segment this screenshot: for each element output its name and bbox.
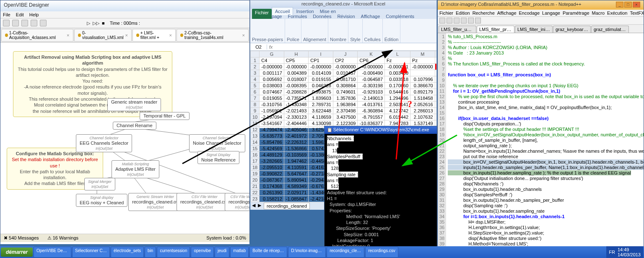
ribbon-group: Police [285,19,301,43]
box-temporal-filter[interactable]: Temporal filter - GPL [140,112,190,120]
ribbon-group: Édition [383,19,401,43]
scenario-tab[interactable]: 1-CoBras-Acquisition_4classes.xml × [1,29,73,42]
cmd-window: 📋 Sélectionner C:\WINDOWS\system32\cmd.e… [324,126,437,250]
box-noise-reference[interactable]: Signal DisplayNoise Reference [197,151,239,164]
taskbar-button[interactable]: OpenVIBE Desig... [34,247,71,258]
ribbon-group: Presse-papiers [250,19,285,43]
open-icon[interactable] [12,20,19,26]
editor-tab[interactable]: graz_keyboard_to_stimulations.lxf [553,26,591,33]
window-title: OpenVIBE Designer [0,0,249,11]
menu-item[interactable]: Affichage [497,10,517,16]
box-csv-writer-raw[interactable]: CSV File Writerrecordings.csvIn|Out|Set [225,193,249,211]
editor-tab[interactable]: LMS_filter_uninitialize.m [439,26,476,33]
designer-canvas[interactable]: Artifact Removal using Matlab Scripting … [0,43,249,244]
box-csv-writer-cleaned[interactable]: CSV File Writerrecordings_cleaned.csvIn|… [177,193,233,211]
redo-icon[interactable] [40,20,47,26]
close-icon[interactable]: × [633,2,640,8]
ribbon: Presse-papiersPoliceAlignementNombreStyl… [250,19,436,43]
menu-edit[interactable]: Edit [16,12,24,17]
menu-item[interactable]: Encodage [519,10,540,16]
taskbar-button[interactable]: électrode_sets [111,247,144,258]
window-title: 📋 Sélectionner C:\WINDOWS\system32\cmd.e… [325,126,437,134]
box-generic-stream-reader[interactable]: Generic stream readerIn|Out|Set [107,98,161,111]
toolbar: ▷▷▷■ Time : 000ms : [0,18,249,28]
undo-icon[interactable] [31,20,37,26]
box-eeg-channels-selector[interactable]: Channel SelectorEEG Channels SelectorIn|… [76,134,132,152]
open-icon[interactable] [447,18,452,23]
new-icon[interactable] [439,18,445,23]
taskbar-button[interactable]: currentsession [157,247,190,258]
box-eeg-noisy-cleaned[interactable]: Signal displayEEG noisy + Cleaned [76,194,127,207]
taskbar-button[interactable]: openvibe [191,247,214,258]
tab-file[interactable]: Fichier [252,9,272,19]
menu-item[interactable]: Paramétrage [563,10,589,16]
taskbar-button[interactable]: D:\motor-imager... [288,247,326,258]
new-icon[interactable] [3,20,10,26]
copy-icon[interactable] [468,18,474,23]
paste-icon[interactable] [475,18,481,23]
editor-tab[interactable]: LMS_filter_process.m [477,26,514,33]
scenario-tabs: 1-CoBras-Acquisition_4classes.xml ×0-vis… [0,28,249,43]
code-editor[interactable]: 1234567891011121314151617181920212223242… [438,33,644,251]
taskbar-button[interactable]: recordings.csv [365,247,398,258]
editor-tab[interactable]: graz_stimulation_scenario.xml [591,26,629,33]
menu-item[interactable]: Exécution [607,10,627,16]
clock: 14:4914/03/2013 [618,247,641,257]
maximize-icon[interactable]: □ [624,2,632,8]
menu-item[interactable]: Recherche [473,10,495,16]
scenario-tab[interactable]: + LMS-filter.xml + × [132,29,176,42]
scenario-tab[interactable]: 2-CoBras-csp-training_1vsall4s.xml × [177,29,249,42]
menu-bar: FichierEditionRechercheAffichageEncodage… [438,10,644,17]
box-generic-stream-writer[interactable]: Generic Stream Writerrecordings_cleaned.… [128,193,182,211]
menu-bar: File Edit Help [0,11,249,18]
save-icon[interactable] [21,20,28,26]
box-channel-rename[interactable]: Channel Rename [113,122,156,130]
editor-tab[interactable]: LMS_filter_initialize.m [515,26,553,33]
menu-file[interactable]: File [3,12,10,17]
notepadpp-window: D:\motor-imagery CoBras\matlab\LMS_filte… [437,0,644,252]
time-label: Time : 000ms : [110,21,140,26]
windows-taskbar: démarrer OpenVIBE Desig...Sélectionner C… [0,246,644,258]
taskbar-button[interactable]: jeudi [215,247,229,258]
taskbar-button[interactable]: Boîte de récepti... [249,247,287,258]
fx-icon[interactable]: fx [267,44,275,50]
toolbar [438,17,644,25]
box-noise-channel-selector[interactable]: Channel SelectorNoise Channel SelectorIn… [189,134,245,152]
sheet-tab[interactable]: recordings_cleaned [264,203,310,209]
taskbar-button[interactable]: recordings_clea... [327,247,364,258]
formula-bar: O2 fx [250,43,436,51]
editor-tabs: LMS_filter_uninitialize.mLMS_filter_proc… [438,25,644,33]
save-icon[interactable] [454,18,460,23]
taskbar-button[interactable]: bin [145,247,156,258]
name-box[interactable]: O2 [250,44,267,50]
menu-item[interactable]: Macro [592,10,605,16]
menu-item[interactable]: Langage [542,10,560,16]
box-signal-merger[interactable]: Signal MergerIn|Out|Set [84,178,115,190]
language-indicator[interactable]: FR [609,250,615,255]
system-tray[interactable]: FR 14:4914/03/2013 [606,246,643,258]
taskbar-button[interactable]: matlab [230,247,249,258]
menu-item[interactable]: Edition [456,10,470,16]
openvibe-designer-window: OpenVIBE Designer File Edit Help ▷▷▷■ Ti… [0,0,250,242]
cut-icon[interactable] [461,18,467,23]
ribbon-group: Nombre [328,19,348,43]
menu-item[interactable]: TextFX [630,10,644,16]
ribbon-tabs: Fichier AccueilInsertionMise en pageForm… [250,9,436,19]
ribbon-group: Cellules [363,19,383,43]
status-bar: ✖ 540 Messages ⚠ 16 Warnings System load… [0,234,249,242]
box-adaptive-lms[interactable]: Matlab ScriptingAdaptive LMS FilterIn|Ou… [112,160,159,178]
ribbon-group: Style [348,19,362,43]
menu-item[interactable]: Fichier [439,10,453,16]
window-title: D:\motor-imagery CoBras\matlab\LMS_filte… [438,0,644,10]
scenario-tab[interactable]: 0-visualisation_LMS.xml × [74,29,132,42]
taskbar-button[interactable]: Sélectionner C:\... [72,247,110,258]
start-button[interactable]: démarrer [1,248,33,257]
ribbon-group: Alignement [301,19,328,43]
annotation-question-mark: ? [408,99,412,109]
minimize-icon[interactable]: _ [616,2,623,8]
menu-help[interactable]: Help [29,12,39,17]
console-output[interactable]: Nbchannels : ans = 13 SamplesPerBuff : a… [325,134,437,250]
